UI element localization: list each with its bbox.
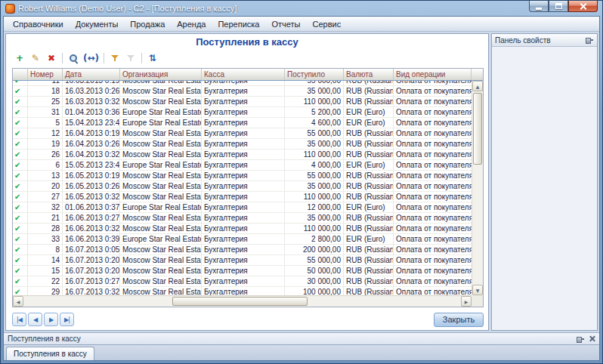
edit-button[interactable]: ✎: [28, 51, 43, 66]
row-cell: 19: [28, 139, 63, 149]
table-row[interactable]: ✔3316.06.2013 0:39Europe Star Real Estat…: [13, 234, 472, 245]
row-status-cell: ✔: [13, 234, 28, 244]
row-cell: 2 800,00: [285, 234, 344, 244]
prev-record-button[interactable]: ◀: [28, 313, 42, 326]
row-cell: Оплата от покупателя: [394, 202, 472, 212]
row-cell: Оплата от покупателя: [394, 245, 472, 254]
hscroll-thumb[interactable]: [172, 297, 308, 306]
autofit-button[interactable]: (↔): [82, 51, 100, 66]
row-cell: 01.04.2013 0:36: [63, 107, 120, 117]
table-row[interactable]: ✔2616.04.2013 0:32Moscow Star Real Estat…: [13, 150, 472, 160]
sort-button[interactable]: ⇅: [145, 51, 160, 66]
row-cell: Бухгалтерия: [202, 97, 285, 106]
menu-item-6[interactable]: Отчеты: [266, 18, 307, 30]
row-cell: Бухгалтерия: [202, 81, 285, 85]
delete-icon: ✖: [48, 54, 55, 63]
table-row[interactable]: ✔1816.03.2013 0:26Moscow Star Real Estat…: [13, 86, 472, 97]
row-cell: Moscow Star Real Estate (...: [120, 213, 202, 223]
dock-icons: [577, 335, 595, 343]
row-cell: Оплата от покупателя: [394, 181, 472, 191]
scroll-left-button[interactable]: ◀: [13, 296, 23, 307]
delete-button[interactable]: ✖: [44, 51, 59, 66]
table-row[interactable]: ✔2016.05.2013 0:26Moscow Star Real Estat…: [13, 181, 472, 192]
table-row[interactable]: ✔2816.06.2013 0:32Moscow Star Real Estat…: [13, 224, 472, 234]
column-header-3[interactable]: Организация: [120, 69, 202, 80]
table-row[interactable]: ✔1216.04.2013 0:19Moscow Star Real Estat…: [13, 128, 472, 139]
row-cell: Moscow Star Real Estate (...: [120, 171, 202, 180]
menu-item-5[interactable]: Переписка: [212, 18, 265, 30]
minimize-button[interactable]: [529, 1, 549, 12]
row-cell: 16.04.2013 0:19: [63, 128, 120, 138]
table-row[interactable]: ✔615.05.2013 23:49Europe Star Real Estat…: [13, 160, 472, 171]
records-table: НомерДатаОрганизацияКассаПоступилоВалюта…: [12, 68, 484, 307]
column-header-7[interactable]: Вид операции: [394, 69, 472, 80]
maximize-button[interactable]: [549, 1, 568, 12]
filter-button[interactable]: [107, 51, 122, 66]
table-row[interactable]: ✔3101.04.2013 0:36Europe Star Real Estat…: [13, 107, 472, 118]
table-row[interactable]: ✔515.04.2013 23:48Europe Star Real Estat…: [13, 118, 472, 128]
menu-item-3[interactable]: Продажа: [124, 18, 171, 30]
row-cell: RUB (Russian): [344, 192, 394, 202]
row-cell: RUB (Russian): [344, 171, 394, 180]
scroll-up-button[interactable]: ▲: [472, 81, 483, 91]
next-record-button[interactable]: ▶: [44, 313, 58, 326]
row-cell: Бухгалтерия: [202, 276, 285, 286]
row-status-cell: ✔: [13, 192, 28, 202]
row-cell: 55 000,00: [285, 128, 344, 138]
column-header-4[interactable]: Касса: [202, 69, 285, 80]
close-button[interactable]: Закрыть: [434, 313, 484, 327]
table-row[interactable]: ✔1916.04.2013 0:26Moscow Star Real Estat…: [13, 139, 472, 150]
row-cell: Оплата от покупателя: [394, 192, 472, 202]
table-row[interactable]: ✔2716.05.2013 0:32Moscow Star Real Estat…: [13, 192, 472, 202]
horizontal-scrollbar[interactable]: ◀ ▶: [13, 295, 472, 307]
row-cell: 26: [28, 150, 63, 159]
last-record-button[interactable]: ▶|: [60, 313, 74, 326]
page-title: Поступления в кассу: [6, 36, 488, 48]
column-header-5[interactable]: Поступило: [285, 69, 344, 80]
table-row[interactable]: ✔2916.07.2013 0:32Moscow Star Real Estat…: [13, 287, 472, 295]
scroll-right-button[interactable]: ▶: [461, 296, 472, 307]
column-header-2[interactable]: Дата: [63, 69, 120, 80]
vertical-scrollbar[interactable]: ▲ ▼: [472, 81, 483, 295]
row-cell: 33: [28, 234, 63, 244]
table-row[interactable]: ✔2216.07.2013 0:27Moscow Star Real Estat…: [13, 276, 472, 287]
tab-cash-receipts[interactable]: Поступления в кассу: [6, 347, 94, 360]
add-button[interactable]: +: [12, 51, 27, 66]
window-title: Robert Williams (Demo User) - C2 - [Пост…: [18, 4, 598, 13]
column-header-1[interactable]: Номер: [28, 69, 63, 80]
table-row[interactable]: ✔816.07.2013 0:05Moscow Star Real Estate…: [13, 245, 472, 255]
table-row[interactable]: ✔1316.05.2013 0:19Moscow Star Real Estat…: [13, 171, 472, 181]
menu-item-2[interactable]: Документы: [70, 18, 125, 30]
table-row[interactable]: ✔2116.06.2013 0:27Moscow Star Real Estat…: [13, 213, 472, 224]
row-cell: RUB (Russian): [344, 97, 394, 106]
view-button[interactable]: [66, 51, 81, 66]
scroll-down-button[interactable]: ▼: [472, 285, 483, 295]
menu-item-1[interactable]: Справочники: [7, 18, 70, 30]
row-cell: 110 000,00: [285, 224, 344, 233]
column-header-6[interactable]: Валюта: [344, 69, 394, 80]
menu-item-4[interactable]: Аренда: [171, 18, 212, 30]
row-status-cell: ✔: [13, 202, 28, 212]
properties-panel: Панель свойств: [491, 33, 598, 331]
pin-icon[interactable]: [586, 36, 594, 44]
table-row[interactable]: ✔3201.06.2013 0:37Europe Star Real Estat…: [13, 202, 472, 213]
table-row[interactable]: ✔1516.07.2013 0:20Moscow Star Real Estat…: [13, 266, 472, 276]
row-cell: 31: [28, 107, 63, 117]
dock-close-icon[interactable]: [589, 335, 595, 342]
dock-pin-icon[interactable]: [577, 335, 585, 343]
close-icon: [580, 3, 586, 10]
table-row[interactable]: ✔2516.03.2013 0:32Moscow Star Real Estat…: [13, 97, 472, 107]
first-record-button[interactable]: |◀: [12, 313, 26, 326]
clear-filter-icon: [126, 54, 135, 63]
vscroll-thumb[interactable]: [473, 93, 482, 165]
row-cell: Оплата от покупателя: [394, 171, 472, 180]
table-row[interactable]: ✔1116.03.2013 0:19Moscow Star Real Estat…: [13, 81, 472, 86]
clear-filter-button[interactable]: [123, 51, 138, 66]
row-status-cell: ✔: [13, 107, 28, 117]
table-row[interactable]: ✔1416.07.2013 0:20Moscow Star Real Estat…: [13, 255, 472, 266]
title-bar[interactable]: Robert Williams (Demo User) - C2 - [Пост…: [3, 1, 600, 16]
row-cell: 16.06.2013 0:32: [63, 224, 120, 233]
row-cell: 16.06.2013 0:39: [63, 234, 120, 244]
close-window-button[interactable]: [568, 1, 598, 12]
menu-item-7[interactable]: Сервис: [307, 18, 348, 30]
